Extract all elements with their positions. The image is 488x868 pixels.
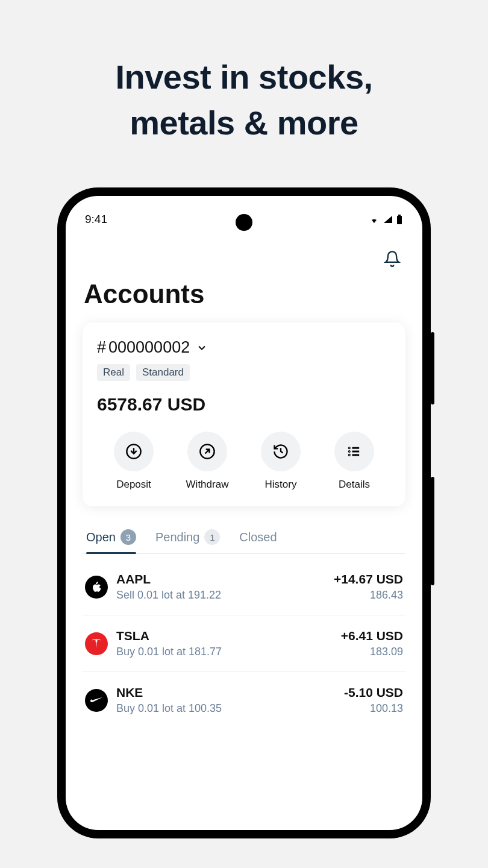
withdraw-button[interactable]: Withdraw (170, 432, 244, 491)
tab-closed[interactable]: Closed (239, 529, 277, 553)
withdraw-icon (199, 443, 216, 460)
position-price: 100.13 (344, 702, 403, 715)
svg-point-8 (349, 454, 349, 455)
position-detail: Sell 0.01 lot at 191.22 (116, 589, 325, 602)
position-symbol: AAPL (116, 572, 325, 587)
page-title: Accounts (83, 279, 405, 309)
position-profit: +14.67 USD (334, 572, 403, 587)
position-row[interactable]: AAPL Sell 0.01 lot at 191.22 +14.67 USD … (83, 559, 405, 615)
tesla-logo-icon (85, 632, 108, 655)
account-id: 000000002 (108, 338, 190, 357)
account-tag-real: Real (97, 364, 130, 381)
tab-open-badge: 3 (120, 529, 136, 545)
tab-pending-badge: 1 (204, 529, 220, 545)
apple-logo-icon (85, 576, 108, 599)
details-button[interactable]: Details (318, 432, 391, 491)
status-time: 9:41 (85, 213, 107, 226)
deposit-icon (125, 443, 142, 460)
account-tag-standard: Standard (136, 364, 190, 381)
nike-logo-icon (85, 689, 108, 712)
position-price: 183.09 (341, 646, 403, 658)
promo-headline: Invest in stocks, metals & more (0, 54, 488, 145)
account-id-prefix: # (97, 338, 106, 357)
position-profit: -5.10 USD (344, 685, 403, 700)
notifications-icon[interactable] (384, 250, 401, 267)
account-balance: 6578.67 USD (97, 394, 391, 415)
phone-mockup: 9:41 Accounts # 000000002 (57, 187, 431, 838)
wifi-icon (368, 215, 380, 224)
position-row[interactable]: TSLA Buy 0.01 lot at 181.77 +6.41 USD 18… (83, 615, 405, 672)
details-icon (346, 443, 363, 460)
chevron-down-icon (196, 342, 208, 354)
position-detail: Buy 0.01 lot at 181.77 (116, 646, 333, 658)
position-symbol: TSLA (116, 629, 333, 643)
tab-pending[interactable]: Pending 1 (155, 529, 220, 553)
history-button[interactable]: History (244, 432, 318, 491)
position-symbol: NKE (116, 685, 336, 700)
position-row[interactable]: NKE Buy 0.01 lot at 100.35 -5.10 USD 100… (83, 672, 405, 728)
position-profit: +6.41 USD (341, 629, 403, 643)
account-card: # 000000002 Real Standard 6578.67 USD De… (83, 322, 405, 506)
battery-icon (396, 214, 403, 225)
account-selector[interactable]: # 000000002 (97, 338, 391, 357)
position-price: 186.43 (334, 589, 403, 602)
svg-rect-1 (398, 215, 401, 216)
history-icon (272, 443, 289, 460)
signal-icon (383, 215, 393, 224)
positions-tabs: Open 3 Pending 1 Closed (83, 529, 405, 554)
deposit-button[interactable]: Deposit (97, 432, 170, 491)
positions-list: AAPL Sell 0.01 lot at 191.22 +14.67 USD … (83, 559, 405, 728)
svg-point-4 (349, 448, 349, 448)
position-detail: Buy 0.01 lot at 100.35 (116, 702, 336, 715)
svg-rect-0 (397, 216, 402, 224)
tab-open[interactable]: Open 3 (86, 529, 136, 553)
svg-point-6 (349, 451, 349, 452)
